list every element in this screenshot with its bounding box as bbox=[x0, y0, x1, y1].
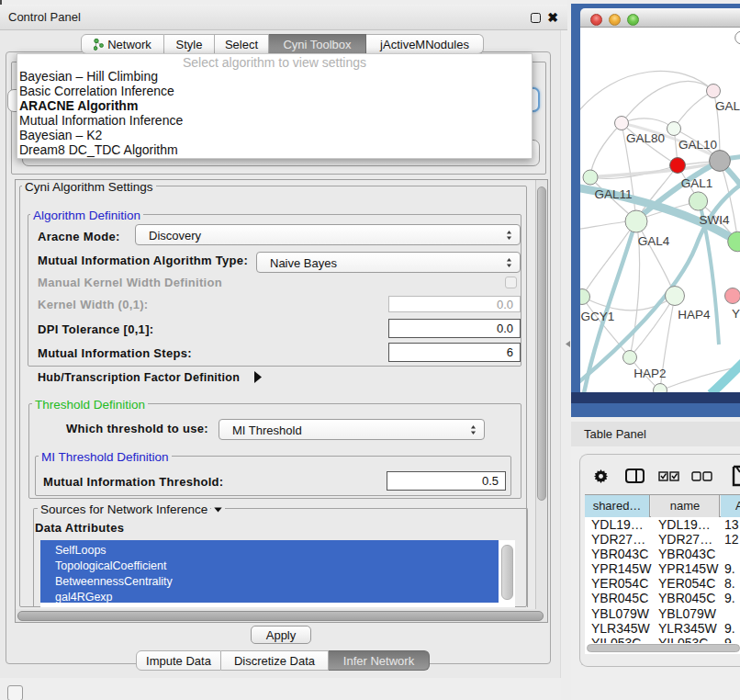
svg-text:HAP2: HAP2 bbox=[633, 367, 666, 380]
svg-text:GCY1: GCY1 bbox=[581, 310, 615, 323]
svg-text:GAL11: GAL11 bbox=[594, 187, 632, 201]
svg-text:GAL80: GAL80 bbox=[626, 131, 665, 145]
svg-text:SWI4: SWI4 bbox=[699, 213, 729, 227]
svg-text:GAL10: GAL10 bbox=[678, 138, 717, 152]
svg-text:GAL: GAL bbox=[715, 99, 740, 113]
svg-text:GAL1: GAL1 bbox=[681, 176, 713, 190]
svg-text:GAL4: GAL4 bbox=[638, 234, 670, 248]
svg-text:Y: Y bbox=[732, 307, 740, 321]
svg-text:HAP4: HAP4 bbox=[678, 308, 711, 322]
